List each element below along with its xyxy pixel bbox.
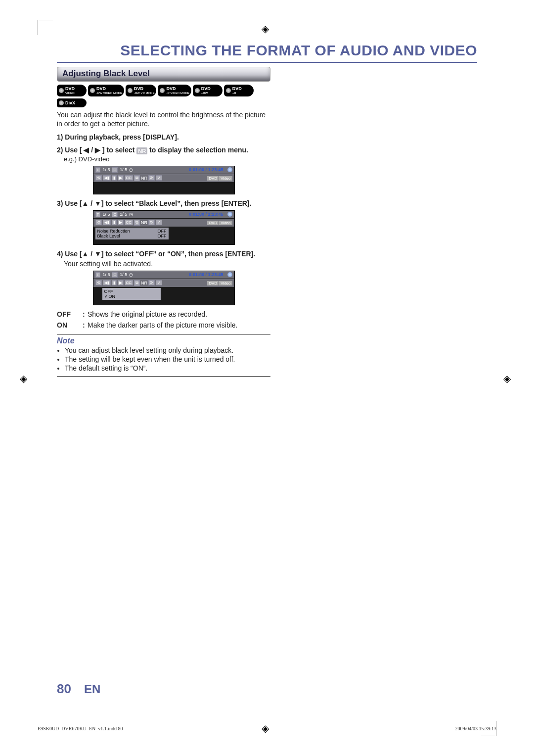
def-colon: : xyxy=(83,321,88,329)
step3-text-a: 3) Use [ xyxy=(57,199,82,207)
step-4: 4) Use [▲ / ▼] to select “OFF” or “ON”, … xyxy=(57,250,270,258)
osd-screenshot-2: T 1/ 5 C 1/ 5 ◷ 0:01:00 / 1:23:45 ⟲ ◀▮ ▮… xyxy=(93,210,235,245)
osd-icon-4: CC xyxy=(125,175,134,181)
osd-icon-8: ⤢ xyxy=(156,280,162,285)
step3-text-b: ] to select “Black Level”, then press [E… xyxy=(101,199,251,207)
osd-title-count: 1/ 5 xyxy=(102,167,110,172)
step4-text-a: 4) Use [ xyxy=(57,250,82,258)
osd-icon-2: ▮ xyxy=(112,280,117,285)
osd-icon-4: CC xyxy=(125,280,134,285)
osd-status-dot-icon xyxy=(227,212,232,217)
osd-title-count: 1/ 5 xyxy=(102,272,110,277)
up-down-arrows-icon: ▲ / ▼ xyxy=(82,250,101,258)
osd-time: 0:01:00 / 1:23:45 xyxy=(189,212,223,217)
step-1: 1) During playback, press [DISPLAY]. xyxy=(57,133,270,141)
osd-option-off: OFF xyxy=(104,289,159,294)
def-on-key: ON xyxy=(57,321,83,329)
osd-icon-nr: NR xyxy=(141,176,147,181)
osd-icon-8: ⤢ xyxy=(156,220,162,225)
osd-media-tag: DVDVideo xyxy=(207,220,232,225)
osd-chapter-count: 1/ 5 xyxy=(120,212,127,217)
osd3-info-bar: T 1/ 5 C 1/ 5 ◷ 0:01:00 / 1:23:45 xyxy=(93,271,234,279)
osd-media-tag: DVDVideo xyxy=(207,281,232,285)
title-rule xyxy=(57,62,477,63)
step-4-followup: Your setting will be activated. xyxy=(64,260,270,268)
osd-icon-nr: NR xyxy=(141,220,147,225)
def-on-value: Make the darker parts of the picture mor… xyxy=(88,321,270,329)
step-2: 2) Use [ ◀ / ▶ ] to select NR to display… xyxy=(57,146,270,154)
note-box: Note You can adjust black level setting … xyxy=(57,334,270,377)
left-column: Adjusting Black Level DVDVIDEO DVD-RW VI… xyxy=(57,67,270,377)
osd-status-dot-icon xyxy=(227,167,232,172)
def-off-key: OFF xyxy=(57,310,83,318)
osd2-settings-menu: Noise ReductionOFF Black LevelOFF xyxy=(95,228,169,239)
registration-mark-top: ◈ xyxy=(262,23,272,34)
clock-icon: ◷ xyxy=(129,272,133,277)
step2-text-b: ] to select xyxy=(100,146,136,154)
osd-black-level-value: OFF xyxy=(158,234,167,238)
osd-icon-5: ⧉ xyxy=(134,220,140,226)
disc-badge-row: DVDVIDEO DVD-RW VIDEO MODE DVD-RW VR MOD… xyxy=(57,85,270,96)
osd-icon-3: ▶ xyxy=(118,175,124,181)
note-list: You can adjust black level setting only … xyxy=(57,346,270,372)
osd-chapter-count: 1/ 5 xyxy=(120,272,127,277)
badge-dvd-r-video: DVD-R VIDEO MODE xyxy=(158,85,191,96)
osd2-icon-bar: ⟲ ◀▮ ▮ ▶ CC ⧉ NR ⟳ ⤢ DVDVideo xyxy=(93,219,234,227)
left-right-arrows-icon: ◀ / ▶ xyxy=(84,146,100,154)
osd-title-count: 1/ 5 xyxy=(102,212,110,217)
osd-noise-reduction-label: Noise Reduction xyxy=(97,229,130,234)
badge-dvd-rw-video: DVD-RW VIDEO MODE xyxy=(88,85,124,96)
registration-mark-left: ◈ xyxy=(20,373,31,383)
osd-time: 0:01:00 / 1:23:45 xyxy=(189,272,223,277)
osd-icon-7: ⟳ xyxy=(148,175,155,181)
step-2-example: e.g.) DVD-video xyxy=(64,155,270,163)
osd-icon-8: ⤢ xyxy=(156,175,162,181)
badge-dvd-rw-vr: DVD-RW VR MODE xyxy=(126,85,157,96)
badge-dvd-plus-r: DVD+R xyxy=(224,85,254,96)
crop-mark-top-left xyxy=(38,20,53,35)
page-number: 80 xyxy=(57,681,71,697)
osd-black-level-label: Black Level xyxy=(97,234,120,238)
badge-divx: DivX xyxy=(57,98,87,107)
step-3: 3) Use [▲ / ▼] to select “Black Level”, … xyxy=(57,199,270,207)
osd-icon-7: ⟳ xyxy=(148,220,155,225)
disc-badge-row-2: DivX xyxy=(57,98,270,107)
def-off: OFF : Shows the original picture as reco… xyxy=(57,310,270,318)
def-colon: : xyxy=(83,310,88,318)
definitions: OFF : Shows the original picture as reco… xyxy=(57,310,270,329)
osd-option-on: ON xyxy=(104,294,159,299)
osd-icon-1: ◀▮ xyxy=(103,280,111,285)
osd2-info-bar: T 1/ 5 C 1/ 5 ◷ 0:01:00 / 1:23:45 xyxy=(93,211,234,218)
osd-icon-0: ⟲ xyxy=(95,175,102,181)
osd-chapter-count: 1/ 5 xyxy=(120,167,127,172)
osd-icon-2: ▮ xyxy=(112,220,117,225)
page-footer: 80 EN xyxy=(57,681,477,697)
osd-icon-0: ⟲ xyxy=(95,280,102,285)
registration-mark-right: ◈ xyxy=(503,373,514,383)
badge-dvd-plus-rw: DVD+RW xyxy=(193,85,222,96)
osd-time: 0:01:00 / 1:23:45 xyxy=(189,167,223,172)
intro-text: You can adjust the black level to contro… xyxy=(57,110,270,128)
osd-icon-nr: NR xyxy=(141,281,147,285)
osd-screenshot-3: T 1/ 5 C 1/ 5 ◷ 0:01:00 / 1:23:45 ⟲ ◀▮ ▮… xyxy=(93,271,235,305)
page-title: SELECTING THE FORMAT OF AUDIO AND VIDEO xyxy=(57,42,477,59)
osd-media-tag: DVDVideo xyxy=(207,176,232,181)
section-heading: Adjusting Black Level xyxy=(57,67,270,82)
osd-title-chip: T xyxy=(95,167,101,173)
osd-icon-4: CC xyxy=(125,220,134,225)
osd-status-dot-icon xyxy=(227,272,232,277)
page-language: EN xyxy=(84,682,100,696)
step2-text-a: 2) Use [ xyxy=(57,146,84,154)
osd1-icon-bar: ⟲ ◀▮ ▮ ▶ CC ⧉ NR ⟳ ⤢ DVDVideo xyxy=(93,174,234,182)
def-on: ON : Make the darker parts of the pictur… xyxy=(57,321,270,329)
osd-icon-5: ⧉ xyxy=(134,175,140,181)
step2-text-c: to display the selection menu. xyxy=(147,146,248,154)
osd3-black-level-menu: OFF ON xyxy=(102,288,161,300)
clock-icon: ◷ xyxy=(129,167,133,172)
note-item: The setting will be kept even when the u… xyxy=(65,355,270,363)
osd-icon-1: ◀▮ xyxy=(103,175,111,181)
nr-chip-icon: NR xyxy=(136,147,147,154)
imprint-timestamp: 2009/04/03 15:39:13 xyxy=(455,726,496,731)
osd-screenshot-1: T 1/ 5 C 1/ 5 ◷ 0:01:00 / 1:23:45 ⟲ ◀▮ ▮… xyxy=(93,166,235,194)
note-item: The default setting is “ON”. xyxy=(65,364,270,372)
